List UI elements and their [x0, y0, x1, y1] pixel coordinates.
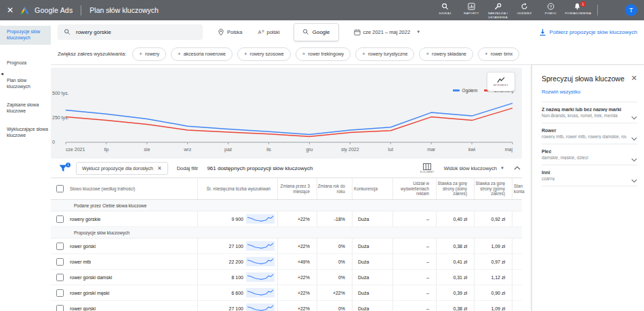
svg-text:?: ? — [550, 5, 552, 9]
yoy-change-cell: -18% — [317, 211, 352, 226]
sidebar-item-5[interactable]: Wykluczające słowa kluczowe — [0, 123, 51, 142]
svg-text:lip: lip — [104, 147, 108, 152]
plus-icon: + — [139, 51, 142, 57]
refine-group-3[interactable]: Płećdamskie, męskie, dzieci — [542, 144, 637, 165]
refine-group-4[interactable]: Inniczarny — [542, 165, 637, 186]
column-header[interactable]: Słowo kluczowe (według trafności) — [68, 178, 197, 199]
svg-text:250 tys.: 250 tys. — [52, 115, 69, 121]
svg-text:A: A — [258, 29, 261, 35]
plus-icon: + — [426, 51, 429, 57]
top-bid-low-cell: 0,31 zł — [436, 270, 474, 285]
yoy-change-cell: 0% — [317, 270, 352, 285]
close-icon[interactable]: ✕ — [7, 5, 14, 15]
sidebar-item-1[interactable]: Propozycje słów kluczowych — [0, 26, 51, 45]
table-row[interactable]: rower górski męski6 600+22%+22%Duża–0,39… — [51, 285, 522, 301]
sidebar-item-2[interactable]: Prognoza — [0, 57, 51, 70]
table-row[interactable]: rower mtb22 200+49%0%Duża–0,41 zł0,97 zł — [51, 254, 522, 270]
keyword-cell: rower gorski — [68, 301, 197, 311]
remove-filter-icon[interactable]: ✕ — [157, 165, 162, 171]
top-bid-low-cell: 0,38 zł — [436, 301, 474, 311]
column-header[interactable]: Zmiana rok do roku — [317, 178, 352, 199]
select-all-checkbox[interactable] — [56, 185, 64, 192]
topbar-action-narzedzia-i-ustawienia[interactable]: NARZĘDZIA I USTAWIENIA — [485, 1, 511, 19]
date-range-selector[interactable]: cze 2021 – maj 2022 ▼ — [354, 28, 421, 36]
row-checkbox[interactable] — [56, 243, 64, 250]
sidebar-item-4[interactable]: Zapisane słowa kluczowe — [0, 99, 51, 118]
column-header[interactable]: Konkurencja — [352, 178, 393, 199]
impression-share-cell: – — [393, 270, 436, 285]
topbar-action-odswiez[interactable]: ODŚWIEŻ — [511, 1, 538, 15]
trend-sparkline — [246, 272, 275, 282]
network-selector[interactable]: Google — [294, 23, 339, 41]
keyword-table: Podane przez Ciebie słowa kluczowerowery… — [51, 200, 522, 311]
broaden-search-row: Zwiększ zakres wyszukiwania: +rowery+akc… — [51, 43, 644, 65]
collapse-panel-arrow-icon[interactable]: ◄ — [0, 72, 4, 76]
yoy-change-cell: +22% — [317, 285, 352, 300]
broaden-chip[interactable]: +rowery szosowe — [237, 47, 291, 61]
row-checkbox[interactable] — [56, 289, 64, 297]
row-checkbox[interactable] — [56, 258, 64, 266]
broaden-chip[interactable]: +akcesoria rowerowe — [171, 47, 233, 61]
refine-group-1[interactable]: Z nazwą marki lub bez nazwy markiNon-Bra… — [542, 102, 637, 123]
active-filter-chip[interactable]: Wyklucz propozycje dla dorosłych ✕ — [76, 162, 168, 175]
top-app-bar: ✕ Google Ads Plan słów kluczowych SZUKAJ… — [0, 0, 644, 20]
column-header[interactable]: Stawka za górę strony (dolny zakres) — [436, 178, 474, 199]
avg-searches-cell: 9 900 — [197, 211, 277, 226]
charts-toggle-button[interactable]: WYKRESY — [487, 72, 515, 91]
broaden-chip[interactable]: +rowery — [132, 47, 166, 61]
plus-icon: + — [485, 51, 488, 57]
table-row[interactable]: rowery górskie9 900+22%-18%Duża–0,40 zł0… — [51, 211, 522, 227]
avatar[interactable]: T — [625, 4, 637, 16]
broaden-label: Zwiększ zakres wyszukiwania: — [58, 51, 126, 57]
table-row[interactable]: rower gorski27 100+22%0%Duża–0,38 zł1,09… — [51, 301, 522, 311]
google-ads-logo-icon — [20, 6, 29, 15]
table-header: Słowo kluczowe (według trafności)Śr. mie… — [51, 178, 522, 200]
yoy-change-cell: 0% — [317, 301, 352, 311]
row-checkbox[interactable] — [56, 274, 64, 281]
expand-all-link[interactable]: Rozwiń wszystko — [542, 89, 637, 95]
filter-funnel-icon[interactable]: 1 — [59, 165, 67, 172]
broaden-chip[interactable]: +rower bmx — [478, 47, 519, 61]
keyword-search-input[interactable] — [58, 24, 203, 40]
download-icon — [539, 28, 546, 36]
topbar-action-pomoc[interactable]: ?POMOC — [538, 1, 564, 15]
legend-item-ogółem[interactable]: Ogółem — [453, 88, 478, 93]
row-checkbox[interactable] — [56, 215, 64, 223]
svg-text:lis: lis — [266, 147, 271, 152]
keyword-query-field[interactable] — [75, 28, 197, 36]
location-pin-icon — [218, 28, 224, 36]
add-filter-button[interactable]: Dodaj filtr — [177, 165, 199, 171]
row-checkbox[interactable] — [56, 305, 64, 311]
broaden-chip[interactable]: +rowery turystyczne — [355, 47, 414, 61]
account-status-cell — [512, 301, 522, 311]
wrench-icon — [494, 3, 502, 10]
account-status-cell — [512, 211, 522, 226]
topbar-action-szukaj[interactable]: SZUKAJ — [432, 1, 458, 15]
collapse-table-button[interactable] — [514, 166, 521, 170]
close-panel-icon[interactable]: ✕ — [631, 74, 637, 83]
search-icon — [441, 3, 449, 10]
column-header[interactable]: Śr. miesięczna liczba wyszukiwań — [197, 178, 277, 199]
columns-button[interactable]: KOLUMNY — [420, 163, 435, 173]
topbar-action-powiadomienia[interactable]: POWIADOMIENIA1 — [564, 1, 590, 15]
impression-share-cell: – — [393, 301, 436, 311]
yoy-change-cell: 0% — [317, 254, 352, 269]
keyword-cell: rower górski damski — [68, 270, 197, 285]
reports-icon — [468, 3, 475, 10]
sidebar-item-3[interactable]: Plan słów kluczowych — [0, 75, 51, 94]
column-header[interactable]: Stan konta — [512, 178, 524, 199]
table-row[interactable]: rower górski27 100+22%0%Duża–0,38 zł1,09… — [51, 239, 522, 254]
location-selector[interactable]: Polska — [218, 28, 243, 36]
column-header[interactable]: Stawka za górę strony (górny zakres) — [474, 178, 512, 199]
column-header[interactable]: Udział w wyświetleniach reklam — [393, 178, 436, 199]
broaden-chip[interactable]: +rowery składane — [419, 47, 473, 61]
broaden-chip[interactable]: +rower trekingowy — [296, 47, 351, 61]
topbar-action-raporty[interactable]: RAPORTY — [458, 1, 485, 15]
table-row[interactable]: rower górski damski8 100+22%0%Duża–0,31 … — [51, 270, 522, 285]
view-selector[interactable]: Widok słów kluczowych ▼ — [444, 165, 504, 171]
refine-group-2[interactable]: Rowerrowery mtb, rower mtb, rowery damsk… — [542, 123, 637, 144]
download-keyword-ideas-button[interactable]: Pobierz propozycje słów kluczowych — [539, 28, 637, 36]
column-header[interactable]: Zmiana przez 3 miesiące — [277, 178, 317, 199]
language-selector[interactable]: A polski — [258, 28, 280, 36]
trend-sparkline — [246, 288, 275, 297]
